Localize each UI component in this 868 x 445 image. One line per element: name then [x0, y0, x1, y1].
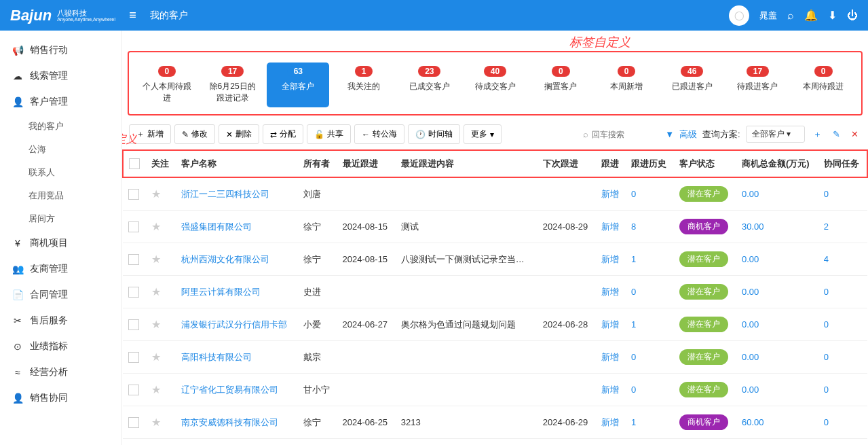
filter-tab[interactable]: 23已成交客户 — [398, 63, 461, 107]
nav-item[interactable]: 📄合同管理 — [0, 282, 121, 308]
amount-link[interactable]: 0.00 — [742, 352, 759, 362]
search-icon[interactable]: ⌕ — [787, 10, 794, 22]
edit-button[interactable]: ✎ 修改 — [174, 124, 215, 144]
filter-tab[interactable]: 63全部客户 — [267, 63, 329, 107]
search-input[interactable] — [592, 130, 660, 139]
nav-item[interactable]: ⊙业绩指标 — [0, 334, 121, 359]
filter-tab[interactable]: 46已跟进客户 — [661, 63, 723, 107]
column-header[interactable]: 最近跟进 — [337, 150, 396, 177]
amount-link[interactable]: 0.00 — [742, 319, 759, 330]
star-icon[interactable]: ★ — [151, 253, 161, 265]
history-link[interactable]: 0 — [631, 189, 636, 199]
row-checkbox[interactable] — [128, 221, 139, 232]
star-icon[interactable]: ★ — [151, 188, 161, 200]
column-header[interactable]: 协同任务 — [818, 150, 867, 177]
customer-name-link[interactable]: 杭州西湖文化有限公司 — [181, 254, 269, 264]
nav-item[interactable]: ☁线索管理 — [0, 63, 121, 89]
customer-name-link[interactable]: 阿里云计算有限公司 — [181, 287, 261, 297]
customer-name-link[interactable]: 辽宁省化工贸易有限公司 — [181, 385, 278, 395]
amount-link[interactable]: 30.00 — [742, 221, 764, 232]
amount-link[interactable]: 0.00 — [742, 254, 759, 264]
history-link[interactable]: 1 — [631, 319, 636, 330]
customer-name-link[interactable]: 浙江一二三四科技公司 — [181, 189, 269, 199]
task-link[interactable]: 0 — [824, 352, 829, 362]
nav-item[interactable]: ¥商机项目 — [0, 230, 121, 256]
assign-button[interactable]: ⇄ 分配 — [263, 124, 303, 144]
search-box[interactable]: ⌕ — [583, 129, 660, 139]
column-header[interactable]: 跟进历史 — [626, 150, 674, 177]
filter-tab[interactable]: 0搁置客户 — [529, 63, 592, 107]
task-link[interactable]: 0 — [824, 385, 829, 395]
to-sea-button[interactable]: ← 转公海 — [354, 124, 404, 144]
filter-tab[interactable]: 0个人本周待跟进 — [136, 63, 198, 107]
filter-tab[interactable]: 40待成交客户 — [464, 63, 527, 107]
task-link[interactable]: 0 — [824, 319, 829, 330]
column-header[interactable]: 所有者 — [298, 150, 337, 177]
amount-link[interactable]: 60.00 — [742, 417, 764, 427]
amount-link[interactable]: 0.00 — [742, 385, 759, 395]
history-link[interactable]: 0 — [631, 352, 636, 362]
filter-icon[interactable]: ▼ — [665, 129, 674, 139]
history-link[interactable]: 1 — [631, 254, 636, 264]
nav-item[interactable]: ✂售后服务 — [0, 308, 121, 334]
share-button[interactable]: 🔓 共享 — [307, 124, 351, 144]
more-button[interactable]: 更多 ▾ — [464, 124, 502, 144]
nav-sub-item[interactable]: 在用竞品 — [0, 184, 121, 207]
customer-name-link[interactable]: 强盛集团有限公司 — [181, 221, 252, 232]
amount-link[interactable]: 0.00 — [742, 189, 759, 199]
column-header[interactable]: 客户状态 — [674, 150, 736, 177]
filter-tab[interactable]: 1我关注的 — [333, 63, 395, 107]
amount-link[interactable]: 0.00 — [742, 287, 759, 297]
star-icon[interactable]: ★ — [151, 351, 161, 363]
filter-tab[interactable]: 17除6月25日的跟进记录 — [202, 63, 264, 107]
history-link[interactable]: 1 — [631, 417, 636, 427]
row-checkbox[interactable] — [128, 189, 139, 200]
nav-item[interactable]: 👤客户管理 — [0, 89, 121, 115]
star-icon[interactable]: ★ — [151, 221, 161, 232]
delete-button[interactable]: ✕ 删除 — [219, 124, 259, 144]
nav-item[interactable]: 👤销售协同 — [0, 385, 121, 411]
select-all-checkbox[interactable] — [129, 158, 140, 169]
customer-name-link[interactable]: 南京安威德科技有限公司 — [181, 417, 278, 427]
hamburger-icon[interactable]: ≡ — [129, 8, 136, 22]
column-header[interactable]: 关注 — [146, 150, 176, 177]
filter-tab[interactable]: 0本周新增 — [595, 63, 658, 107]
row-checkbox[interactable] — [128, 254, 139, 265]
filter-tab[interactable]: 17待跟进客户 — [727, 63, 789, 107]
row-checkbox[interactable] — [128, 319, 139, 330]
follow-link[interactable]: 新增 — [601, 319, 619, 330]
follow-link[interactable]: 新增 — [601, 254, 619, 264]
customer-name-link[interactable]: 浦发银行武汉分行信用卡部 — [181, 319, 287, 330]
task-link[interactable]: 0 — [824, 417, 829, 427]
filter-tab[interactable]: 0本周待跟进 — [792, 63, 854, 107]
timeline-button[interactable]: 🕐 时间轴 — [408, 124, 460, 144]
column-header[interactable]: 最近跟进内容 — [396, 150, 537, 177]
follow-link[interactable]: 新增 — [601, 221, 619, 232]
history-link[interactable]: 8 — [631, 221, 636, 232]
star-icon[interactable]: ★ — [151, 319, 161, 330]
row-checkbox[interactable] — [128, 352, 139, 363]
row-checkbox[interactable] — [128, 417, 139, 428]
scheme-select[interactable]: 全部客户 ▾ — [746, 126, 805, 143]
advanced-link[interactable]: 高级 — [679, 128, 697, 141]
follow-link[interactable]: 新增 — [601, 385, 619, 395]
user-name[interactable]: 晁盖 — [759, 10, 777, 22]
nav-sub-item[interactable]: 居间方 — [0, 207, 121, 230]
nav-item[interactable]: 📢销售行动 — [0, 37, 121, 63]
nav-sub-item[interactable]: 公海 — [0, 138, 121, 161]
star-icon[interactable]: ★ — [151, 286, 161, 298]
nav-item[interactable]: 👥友商管理 — [0, 256, 121, 282]
pencil-icon[interactable]: ✎ — [830, 128, 843, 141]
power-icon[interactable]: ⏻ — [847, 10, 858, 22]
column-header[interactable]: 跟进 — [596, 150, 626, 177]
column-header[interactable]: 下次跟进 — [537, 150, 596, 177]
nav-sub-item[interactable]: 我的客户 — [0, 115, 121, 138]
column-header[interactable]: 客户名称 — [176, 150, 298, 177]
row-checkbox[interactable] — [128, 385, 139, 395]
row-checkbox[interactable] — [128, 287, 139, 298]
avatar[interactable]: ◯ — [729, 5, 749, 26]
follow-link[interactable]: 新增 — [601, 352, 619, 362]
task-link[interactable]: 0 — [824, 287, 829, 297]
nav-item[interactable]: ≈经营分析 — [0, 359, 121, 385]
column-header[interactable]: 商机总金额(万元) — [736, 150, 818, 177]
